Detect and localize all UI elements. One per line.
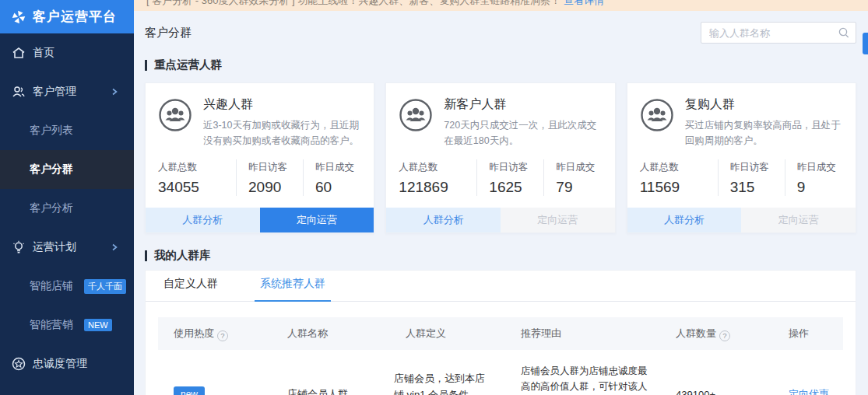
stat-label: 昨日访客 [248,161,303,174]
group-analysis-button[interactable]: 人群分析 [386,208,501,232]
search-input[interactable] [701,22,856,44]
sidebar-item-label: 智能营销 [30,318,73,332]
sidebar-item-smart-shop[interactable]: 智能店铺 千人千面 [0,267,134,306]
stat-label: 人群总数 [399,161,476,174]
group-people-icon [399,98,433,132]
sidebar-item-smart-marketing[interactable]: 智能营销 NEW [0,306,134,344]
targeted-operation-button[interactable]: 定向运营 [741,208,856,232]
announcement-banner: [ 客户分析 - 360度人群效果分析 ] 功能上线啦！兴趣人群、新客、复购人群… [134,0,868,11]
sidebar-item-label: 客户分群 [30,163,73,177]
section-bar [145,250,147,261]
group-definition-cell: 店铺会员，达到本店铺 vip1 会员条件以... [394,370,486,395]
sidebar-item-customer-analysis[interactable]: 客户分析 [0,189,134,228]
col-group-definition: 人群定义 [390,327,511,341]
stat-label: 昨日访客 [730,161,785,174]
new-badge: NEW [84,319,112,331]
sidebar-item-home[interactable]: 首页 [0,33,134,72]
card-title: 新客户人群 [444,96,602,113]
col-group-count: 人群数量? [666,327,768,341]
loyalty-star-icon [12,357,26,371]
sidebar-item-label: 运营计划 [33,240,76,254]
home-icon [12,46,26,60]
sidebar-item-label: 客户列表 [30,124,73,138]
tab-custom-groups[interactable]: 自定义人群 [158,277,223,301]
pinwheel-logo-icon [10,9,27,26]
search-icon[interactable] [838,26,850,39]
banner-details-link[interactable]: 查看详情 [564,0,604,6]
group-analysis-button[interactable]: 人群分析 [627,208,742,232]
sidebar-item-loyalty-management[interactable]: 忠诚度管理 [0,344,134,383]
targeted-operation-button[interactable]: 定向运营 [501,208,615,232]
sidebar: 客户运营平台 首页 客户管理 客户列表 客户分群 客户分析 [0,0,134,395]
stat-value: 79 [556,179,602,196]
app-title: 客户运营平台 [33,8,117,26]
col-recommend-reason: 推荐理由 [511,327,666,341]
stat-value: 2090 [248,179,303,196]
table-header-row: 使用热度? 人群名称 人群定义 推荐理由 人群数量? 操作 [158,317,843,350]
sidebar-item-label: 智能店铺 [30,279,73,293]
smart-shop-badge: 千人千面 [84,279,126,294]
stat-label: 昨日成交 [315,161,361,174]
stat-label: 昨日成交 [797,161,843,174]
sidebar-item-customer-management[interactable]: 客户管理 [0,72,134,111]
sidebar-item-label: 首页 [33,46,54,60]
stat-label: 昨日成交 [556,161,602,174]
stat-value: 9 [797,179,843,196]
help-icon[interactable]: ? [719,330,730,341]
group-analysis-button[interactable]: 人群分析 [146,208,260,232]
help-icon[interactable]: ? [217,330,228,341]
sidebar-item-customer-segments[interactable]: 客户分群 [0,150,134,189]
card-repurchase-group: 复购人群 买过店铺内复购率较高商品，且处于回购周期的客户。 人群总数 11569… [627,82,856,233]
chevron-right-icon [111,88,118,96]
stat-value: 121869 [399,179,476,196]
card-description: 720天内只成交过一次，且此次成交在最近180天内。 [444,117,602,149]
card-title: 复购人群 [685,96,843,113]
library-tabs: 自定义人群 系统推荐人群 [146,271,856,302]
key-group-cards: 兴趣人群 近3-10天有加购或收藏行为，且近期没有购买加购或者收藏商品的客户。 … [145,82,856,233]
users-icon [12,85,26,99]
section-key-groups: 重点运营人群 [145,58,856,72]
new-tag: new [174,386,205,395]
sidebar-item-operation-plan[interactable]: 运营计划 [0,228,134,267]
sidebar-item-label: 客户管理 [33,85,76,99]
main-content: [ 客户分析 - 360度人群效果分析 ] 功能上线啦！兴趣人群、新客、复购人群… [134,0,868,395]
targeted-operation-button[interactable]: 定向运营 [260,208,374,232]
stat-label: 昨日访客 [489,161,543,174]
group-count-cell: 439100+ [666,389,768,395]
card-description: 近3-10天有加购或收藏行为，且近期没有购买加购或者收藏商品的客户。 [203,117,361,149]
lightbulb-icon [12,240,26,254]
sidebar-item-label: 客户分析 [30,201,73,215]
stat-label: 人群总数 [158,161,236,174]
card-title: 兴趣人群 [203,96,361,113]
stat-value: 11569 [640,179,718,196]
stat-value: 315 [730,179,785,196]
chevron-right-icon [111,243,118,251]
edge-collapsed-button[interactable] [863,33,868,54]
col-actions: 操作 [768,327,831,341]
stat-value: 60 [315,179,361,196]
sidebar-item-label: 忠诚度管理 [33,357,87,371]
section-my-library: 我的人群库 [145,248,856,263]
stat-value: 1625 [489,179,543,196]
banner-text: [ 客户分析 - 360度人群效果分析 ] 功能上线啦！兴趣人群、新客、复购人群… [146,0,561,6]
section-bar [145,60,147,71]
card-description: 买过店铺内复购率较高商品，且处于回购周期的客户。 [685,117,843,149]
targeted-discount-link[interactable]: 定向优惠 [789,388,829,395]
page-title: 客户分群 [145,26,192,40]
col-usage-heat: 使用热度? [158,327,281,341]
col-group-name: 人群名称 [281,327,390,341]
card-interest-group: 兴趣人群 近3-10天有加购或收藏行为，且近期没有购买加购或者收藏商品的客户。 … [145,82,374,233]
tab-system-recommended-groups[interactable]: 系统推荐人群 [255,277,331,301]
group-name-cell: 店铺会员人群 [281,387,390,395]
recommended-groups-table: 使用热度? 人群名称 人群定义 推荐理由 人群数量? 操作 new 店铺会员人群… [158,317,843,395]
card-new-customer-group: 新客户人群 720天内只成交过一次，且此次成交在最近180天内。 人群总数 12… [385,82,615,233]
recommend-reason-cell: 店铺会员人群为店铺忠诚度最高的高价值人群，可针对该人群做定向权益、召回等，强化会… [521,363,656,395]
group-people-icon [158,98,192,132]
search-box [701,22,856,44]
stat-value: 34055 [158,179,236,196]
group-people-icon [640,98,674,132]
sidebar-item-customer-list[interactable]: 客户列表 [0,111,134,150]
app-logo: 客户运营平台 [0,0,134,33]
table-row: new 店铺会员人群 店铺会员，达到本店铺 vip1 会员条件以... 店铺会员… [158,350,843,395]
group-library-panel: 自定义人群 系统推荐人群 使用热度? 人群名称 人群定义 推荐理由 人群数量? … [145,270,856,395]
